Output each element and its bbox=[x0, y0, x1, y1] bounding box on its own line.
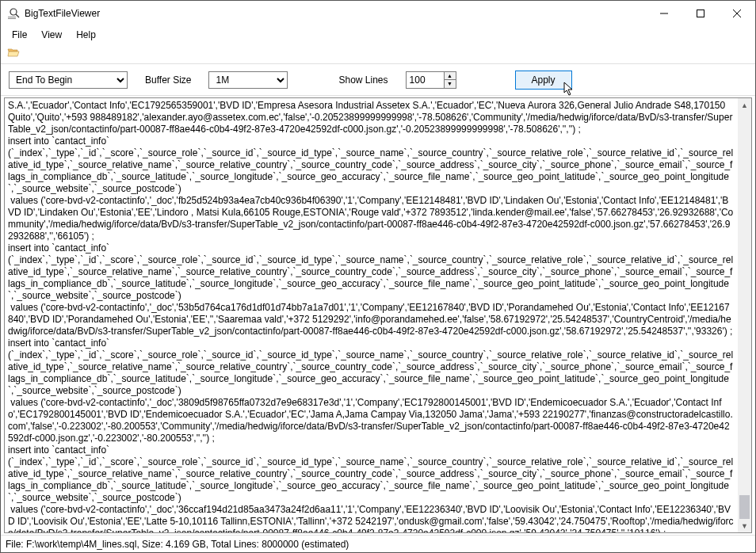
open-file-button[interactable] bbox=[6, 46, 21, 62]
svg-rect-3 bbox=[8, 18, 16, 19]
svg-line-1 bbox=[16, 14, 19, 17]
sort-mode-dropdown[interactable]: End To Begin bbox=[9, 71, 128, 89]
status-bar: File: F:\work\temp\4M_lines.sql, Size: 4… bbox=[1, 535, 755, 552]
buffer-size-label: Buffer Size bbox=[145, 74, 191, 86]
options-bar: End To Begin Buffer Size 1M Show Lines ▲… bbox=[1, 64, 755, 96]
show-lines-label: Show Lines bbox=[338, 74, 388, 86]
title-bar: BigTextFileViewer bbox=[1, 1, 755, 26]
scroll-up-arrow[interactable]: ▲ bbox=[738, 98, 751, 112]
apply-button-label: Apply bbox=[532, 74, 556, 86]
show-lines-down[interactable]: ▼ bbox=[445, 80, 456, 88]
status-text: File: F:\work\temp\4M_lines.sql, Size: 4… bbox=[6, 539, 349, 550]
show-lines-stepper: ▲ ▼ bbox=[406, 71, 456, 89]
svg-rect-5 bbox=[697, 10, 704, 17]
menu-view[interactable]: View bbox=[35, 28, 68, 42]
show-lines-up[interactable]: ▲ bbox=[445, 72, 456, 81]
toolbar bbox=[1, 44, 755, 64]
show-lines-input[interactable] bbox=[406, 71, 444, 89]
menu-help[interactable]: Help bbox=[70, 28, 102, 42]
folder-open-icon bbox=[7, 46, 20, 61]
apply-button[interactable]: Apply bbox=[515, 71, 572, 90]
scroll-thumb[interactable] bbox=[739, 495, 750, 519]
close-button[interactable] bbox=[719, 1, 755, 26]
svg-point-0 bbox=[10, 9, 17, 15]
file-content-text[interactable]: S.A.','Ecuador','Contact Info','EC179256… bbox=[5, 98, 738, 532]
window-title: BigTextFileViewer bbox=[25, 8, 646, 19]
scroll-down-arrow[interactable]: ▼ bbox=[738, 519, 751, 532]
maximize-button[interactable] bbox=[682, 1, 719, 26]
app-icon bbox=[7, 7, 20, 20]
vertical-scrollbar[interactable]: ▲ ▼ bbox=[738, 98, 751, 532]
menu-bar: File View Help bbox=[1, 26, 755, 44]
content-area: S.A.','Ecuador','Contact Info','EC179256… bbox=[4, 97, 752, 533]
app-window: BigTextFileViewer File View Help bbox=[0, 0, 756, 553]
menu-file[interactable]: File bbox=[6, 28, 33, 42]
minimize-button[interactable] bbox=[646, 1, 682, 26]
svg-rect-2 bbox=[8, 17, 16, 17]
buffer-size-dropdown[interactable]: 1M bbox=[208, 71, 288, 89]
scroll-track[interactable] bbox=[738, 112, 751, 519]
